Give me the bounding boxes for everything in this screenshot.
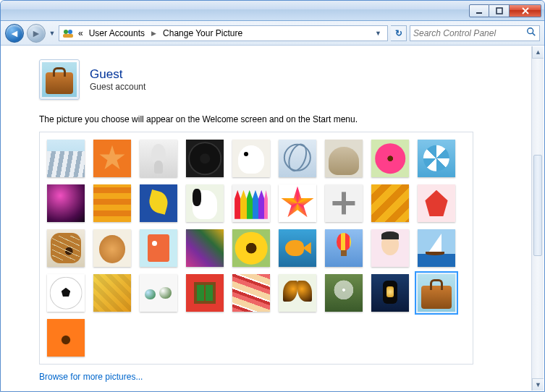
pinwheel-icon xyxy=(418,140,455,177)
sunflower-icon xyxy=(232,229,270,267)
balloon-icon xyxy=(325,229,363,267)
ginkgo-icon xyxy=(140,184,177,222)
picture-option-tile[interactable] xyxy=(93,274,131,312)
refresh-button[interactable]: ↻ xyxy=(391,25,407,41)
jacks-icon xyxy=(325,184,363,222)
breadcrumb-change-picture[interactable]: Change Your Picture xyxy=(161,28,244,38)
picture-option-bordercollie[interactable] xyxy=(186,184,224,222)
search-icon[interactable] xyxy=(526,27,536,39)
alien-icon xyxy=(140,140,177,177)
picture-option-butterfly[interactable] xyxy=(279,274,316,312)
picture-option-crayons[interactable] xyxy=(232,184,270,222)
plaid-icon xyxy=(93,184,131,222)
picture-option-soccer[interactable] xyxy=(47,274,85,312)
picture-option-marbles[interactable] xyxy=(140,274,177,312)
gyroscope-icon xyxy=(279,140,316,177)
svg-point-2 xyxy=(64,30,68,34)
picture-option-stairs[interactable] xyxy=(371,184,409,222)
picture-option-rollercoaster[interactable] xyxy=(47,140,85,177)
search-input[interactable] xyxy=(413,28,526,38)
breadcrumb-prefix: « xyxy=(77,28,85,38)
minimize-button[interactable] xyxy=(469,4,489,17)
picture-option-gyroscope[interactable] xyxy=(279,140,316,177)
doll-icon xyxy=(371,229,409,267)
picture-option-ginkgo[interactable] xyxy=(140,184,177,222)
picture-option-pinwheel[interactable] xyxy=(418,140,455,177)
search-box[interactable] xyxy=(410,25,540,41)
starfish-icon xyxy=(93,140,131,177)
picture-gallery xyxy=(39,132,473,365)
robot-icon xyxy=(140,229,177,267)
maximize-button[interactable] xyxy=(489,4,510,17)
ball-icon xyxy=(47,184,85,222)
gerbera-icon xyxy=(47,319,85,357)
sailboat-icon xyxy=(418,229,455,267)
picture-option-fabric[interactable] xyxy=(186,229,224,267)
scroll-down-button[interactable]: ▼ xyxy=(532,378,544,391)
user-meta: Guest Guest account xyxy=(90,67,145,92)
picture-option-window[interactable] xyxy=(186,274,224,312)
picture-option-suitcase[interactable] xyxy=(418,274,455,312)
maximize-icon xyxy=(496,7,503,14)
crayons-icon xyxy=(232,184,270,222)
picture-option-jacks[interactable] xyxy=(325,184,363,222)
nav-history-dropdown[interactable]: ▼ xyxy=(48,30,56,37)
navigation-bar: ◄ ► ▼ « User Accounts ▶ Change Your Pict… xyxy=(1,21,544,46)
breadcrumb-separator[interactable]: ▶ xyxy=(149,30,159,37)
current-user-picture xyxy=(39,59,80,100)
svg-rect-1 xyxy=(497,8,502,14)
forward-button[interactable]: ► xyxy=(27,24,46,43)
picture-option-fish[interactable] xyxy=(279,229,316,267)
breadcrumb-user-accounts[interactable]: User Accounts xyxy=(88,28,146,38)
picture-option-pinkflower[interactable] xyxy=(371,140,409,177)
picture-option-ball[interactable] xyxy=(47,184,85,222)
close-icon xyxy=(522,7,529,14)
address-dropdown[interactable]: ▼ xyxy=(372,30,384,37)
picture-option-sunflower[interactable] xyxy=(232,229,270,267)
pinkflower-icon xyxy=(371,140,409,177)
guitar-icon xyxy=(47,229,85,267)
textile-icon xyxy=(232,274,270,312)
picture-option-pomeranian[interactable] xyxy=(93,229,131,267)
svg-point-5 xyxy=(528,28,533,34)
close-button[interactable] xyxy=(510,4,541,17)
scroll-up-button[interactable]: ▲ xyxy=(532,46,544,59)
picture-option-sailboat[interactable] xyxy=(418,229,455,267)
address-bar[interactable]: « User Accounts ▶ Change Your Picture ▼ xyxy=(59,25,388,41)
svg-rect-0 xyxy=(476,12,482,14)
marbles-icon xyxy=(140,274,177,312)
browse-more-pictures-link[interactable]: Browse for more pictures... xyxy=(39,372,143,382)
stairs-icon xyxy=(371,184,409,222)
picture-option-lantern[interactable] xyxy=(371,274,409,312)
picture-option-textile[interactable] xyxy=(232,274,270,312)
picture-option-alien[interactable] xyxy=(140,140,177,177)
record-icon xyxy=(186,140,224,177)
picture-option-doll[interactable] xyxy=(371,229,409,267)
bordercollie-icon xyxy=(186,184,224,222)
dandelion-icon xyxy=(325,274,363,312)
kitten-icon xyxy=(325,140,363,177)
picture-option-balloon[interactable] xyxy=(325,229,363,267)
picture-option-kitten[interactable] xyxy=(325,140,363,177)
picture-option-starburst[interactable] xyxy=(279,184,316,222)
fish-icon xyxy=(279,229,316,267)
vertical-scrollbar[interactable]: ▲ ▼ xyxy=(531,46,544,391)
forward-arrow-icon: ► xyxy=(31,27,41,39)
suitcase-icon xyxy=(418,274,455,312)
picture-option-dandelion[interactable] xyxy=(325,274,363,312)
butterfly-icon xyxy=(279,274,316,312)
picture-option-robot[interactable] xyxy=(140,229,177,267)
picture-option-origami[interactable] xyxy=(418,184,455,222)
lantern-icon xyxy=(371,274,409,312)
picture-option-starfish[interactable] xyxy=(93,140,131,177)
scroll-thumb[interactable] xyxy=(533,155,542,256)
back-button[interactable]: ◄ xyxy=(5,24,24,43)
origami-icon xyxy=(418,184,455,222)
picture-option-guitar[interactable] xyxy=(47,229,85,267)
user-accounts-icon xyxy=(62,27,74,39)
picture-option-record[interactable] xyxy=(186,140,224,177)
minimize-icon xyxy=(476,7,483,14)
picture-option-gerbera[interactable] xyxy=(47,319,85,357)
picture-option-plaid[interactable] xyxy=(93,184,131,222)
picture-option-luckycat[interactable] xyxy=(232,140,270,177)
